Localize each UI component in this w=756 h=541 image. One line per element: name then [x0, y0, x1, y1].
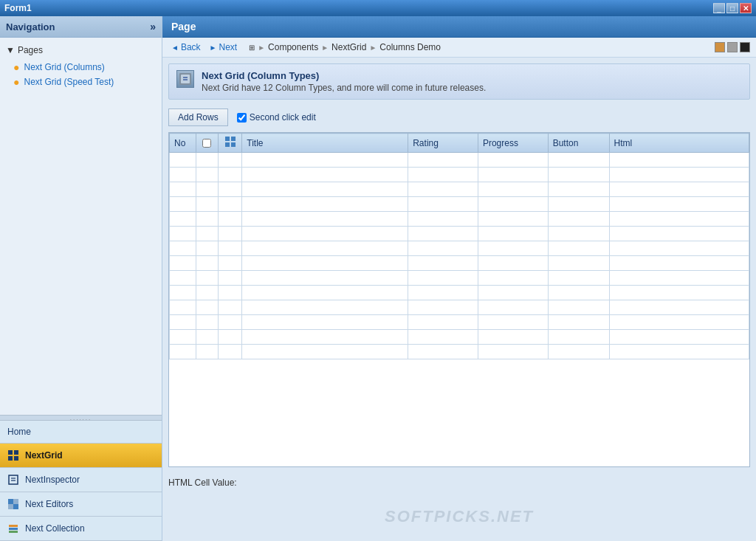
cell-rating [408, 315, 478, 330]
swatch-gray[interactable] [727, 42, 738, 52]
sidebar: Navigation » ▼ Pages ● Next Grid (Column… [0, 16, 162, 541]
svg-rect-13 [9, 531, 18, 533]
cell-check [196, 182, 219, 197]
cell-progress [478, 345, 548, 359]
swatch-dark[interactable] [740, 42, 750, 52]
table-row [170, 315, 749, 330]
cell-grid [219, 256, 242, 271]
cell-check [196, 345, 219, 359]
col-header-no: No [170, 134, 196, 153]
sidebar-item-columns[interactable]: ● Next Grid (Columns) [0, 60, 162, 75]
cell-grid [219, 212, 242, 227]
cell-html [609, 271, 749, 286]
cell-rating [408, 241, 478, 256]
sidebar-item-nextgrid[interactable]: NextGrid [0, 444, 162, 468]
table-row [170, 168, 749, 182]
pages-section-title: ▼ Pages [0, 44, 162, 57]
cell-button [548, 330, 609, 345]
cell-progress [478, 330, 548, 345]
breadcrumb-components: Components [268, 42, 318, 52]
cell-title [242, 153, 408, 168]
cell-grid [219, 286, 242, 300]
svg-rect-1 [14, 450, 18, 455]
cell-button [548, 271, 609, 286]
cell-rating [408, 345, 478, 359]
cell-progress [478, 271, 548, 286]
cell-rating [408, 256, 478, 271]
second-click-edit-label[interactable]: Second click edit [237, 112, 316, 123]
cell-title [242, 315, 408, 330]
page-title: Page [171, 21, 196, 32]
cell-rating [408, 212, 478, 227]
cell-button [548, 182, 609, 197]
cell-progress [478, 197, 548, 212]
table-row [170, 212, 749, 227]
cell-progress [478, 241, 548, 256]
col-header-progress: Progress [478, 134, 548, 153]
cell-progress [478, 300, 548, 315]
cell-check [196, 256, 219, 271]
cell-html [609, 286, 749, 300]
breadcrumb: ⊞ ► Components ► NextGrid ► Columns Demo [249, 42, 441, 52]
cell-html [609, 345, 749, 359]
cell-title [242, 168, 408, 182]
cell-check [196, 286, 219, 300]
cell-progress [478, 256, 548, 271]
header-checkbox[interactable] [202, 139, 211, 148]
next-button[interactable]: ► Next [207, 41, 241, 54]
svg-rect-8 [13, 499, 18, 504]
close-button[interactable]: ✕ [740, 3, 752, 13]
cell-check [196, 168, 219, 182]
svg-rect-21 [231, 142, 236, 147]
cell-html [609, 182, 749, 197]
page-header: Page [162, 16, 756, 38]
cell-title [242, 256, 408, 271]
toolbar: Add Rows Second click edit [162, 106, 756, 132]
cell-title [242, 330, 408, 345]
second-click-edit-checkbox[interactable] [237, 113, 247, 123]
cell-no [170, 212, 196, 227]
sidebar-collapse-btn[interactable]: » [150, 21, 156, 32]
svg-rect-0 [8, 450, 13, 455]
col-header-grid [219, 134, 242, 153]
cell-no [170, 241, 196, 256]
maximize-button[interactable]: □ [726, 3, 738, 13]
sidebar-header: Navigation » [0, 16, 162, 38]
swatch-orange[interactable] [715, 42, 725, 52]
info-title: Next Grid (Column Types) [202, 70, 486, 81]
cell-rating [408, 330, 478, 345]
cell-progress [478, 286, 548, 300]
col-header-check [196, 134, 219, 153]
sidebar-divider: ....... [0, 415, 162, 421]
sidebar-item-nextcollection[interactable]: Next Collection [0, 517, 162, 541]
cell-no [170, 271, 196, 286]
sidebar-item-nexteditors[interactable]: Next Editors [0, 492, 162, 517]
add-rows-button[interactable]: Add Rows [168, 108, 228, 126]
table-row [170, 271, 749, 286]
color-swatches [715, 42, 750, 52]
cell-html [609, 168, 749, 182]
sidebar-item-nextinspector[interactable]: NextInspector [0, 468, 162, 492]
svg-rect-9 [8, 504, 13, 509]
breadcrumb-columns-demo: Columns Demo [379, 42, 441, 52]
svg-rect-19 [231, 137, 236, 141]
nextinspector-label: NextInspector [25, 475, 80, 485]
info-icon [176, 70, 194, 88]
sidebar-pages: ▼ Pages ● Next Grid (Columns) ● Next Gri… [0, 38, 162, 415]
cell-grid [219, 182, 242, 197]
sidebar-item-home[interactable]: Home [0, 421, 162, 444]
cell-check [196, 241, 219, 256]
col-header-title: Title [242, 134, 408, 153]
cell-no [170, 315, 196, 330]
sidebar-item-speedtest[interactable]: ● Next Grid (Speed Test) [0, 75, 162, 89]
cell-title [242, 300, 408, 315]
cell-no [170, 256, 196, 271]
back-button[interactable]: ◄ Back [168, 41, 204, 54]
cell-check [196, 271, 219, 286]
cell-title [242, 241, 408, 256]
svg-rect-4 [9, 475, 18, 484]
table-row [170, 182, 749, 197]
svg-rect-15 [181, 75, 190, 83]
cell-grid [219, 168, 242, 182]
minimize-button[interactable]: _ [713, 3, 725, 13]
